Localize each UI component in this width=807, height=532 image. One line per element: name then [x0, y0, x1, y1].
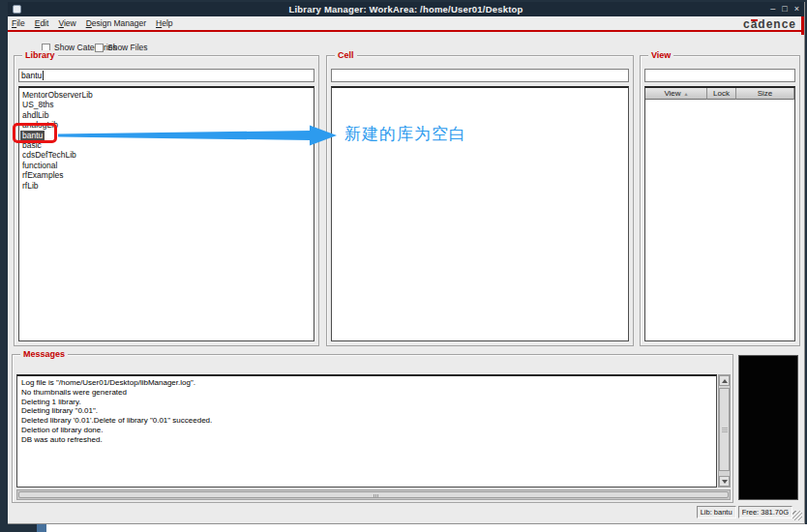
library-manager-window: Library Manager: WorkArea: /home/User01/…: [8, 2, 805, 524]
horizontal-scroll-thumb[interactable]: [18, 491, 729, 498]
desktop-taskbar-fragment: [37, 524, 46, 532]
menu-file[interactable]: File: [12, 18, 25, 28]
size-column-header[interactable]: Size: [736, 88, 794, 100]
status-bar: Lib: bantu Free: 381.70G: [8, 504, 805, 524]
messages-panel: Messages Log file is "/home/User01/Deskt…: [12, 354, 733, 503]
view-filter-input[interactable]: [644, 69, 795, 82]
maximize-button[interactable]: □: [782, 2, 787, 16]
view-panel: View View ▴ Lock Size: [640, 55, 800, 346]
view-panel-title: View: [648, 50, 673, 61]
show-files-checkbox[interactable]: [95, 44, 104, 52]
messages-panel-title: Messages: [20, 349, 68, 360]
message-line: Log file is "/home/User01/Desktop/libMan…: [21, 378, 712, 388]
desktop: Library Manager: WorkArea: /home/User01/…: [0, 0, 807, 532]
library-list-item[interactable]: functional: [19, 161, 314, 170]
resize-grip[interactable]: [792, 511, 802, 520]
annotation-arrow-icon: [56, 121, 339, 150]
messages-vertical-scrollbar[interactable]: [718, 374, 731, 488]
messages-text-area: Log file is "/home/User01/Desktop/libMan…: [16, 374, 717, 488]
library-list-item[interactable]: rfExamples: [19, 170, 314, 180]
library-list-item[interactable]: cdsDefTechLib: [19, 150, 314, 160]
preview-box: [738, 355, 798, 500]
message-line: Deletion of library done.: [21, 426, 712, 435]
minimize-button[interactable]: –: [770, 2, 775, 16]
menu-help[interactable]: Help: [156, 18, 172, 28]
library-panel: Library bantu MentorObserverLib US_8ths …: [14, 55, 319, 346]
cell-filter-input[interactable]: [331, 69, 629, 82]
cell-panel-title: Cell: [335, 50, 357, 61]
scroll-down-icon: [722, 480, 728, 484]
message-line: Deleting library "0.01".: [21, 406, 712, 416]
window-title: Library Manager: WorkArea: /home/User01/…: [8, 4, 804, 15]
scroll-down-button[interactable]: [719, 476, 730, 487]
cadence-logo-accent-icon: [751, 19, 758, 21]
messages-horizontal-scrollbar[interactable]: [16, 489, 731, 500]
message-line: No thumbnails were generated: [21, 388, 712, 398]
library-list-item[interactable]: US_8ths: [19, 100, 314, 109]
close-button[interactable]: ×: [794, 2, 799, 16]
vertical-scroll-thumb[interactable]: [719, 388, 730, 471]
menu-bar: File Edit View Design Manager Help: [8, 16, 804, 32]
view-column-header[interactable]: View ▴: [645, 88, 707, 100]
text-caret: [43, 71, 44, 80]
library-filter-input[interactable]: bantu: [18, 69, 314, 82]
library-panel-title: Library: [22, 50, 58, 61]
status-lib: Lib: bantu: [697, 506, 736, 518]
library-list-item[interactable]: MentorObserverLib: [19, 90, 314, 100]
scroll-up-icon: [722, 379, 728, 383]
view-table-header: View ▴ Lock Size: [645, 88, 794, 100]
message-line: Deleting 1 library.: [21, 398, 712, 407]
scroll-up-button[interactable]: [719, 375, 730, 386]
menu-edit[interactable]: Edit: [35, 18, 49, 28]
cadence-logo: cadence: [743, 17, 796, 31]
sort-icon: ▴: [685, 90, 688, 97]
message-line: DB was auto refreshed.: [21, 435, 712, 445]
annotation-text: 新建的库为空白: [344, 123, 466, 145]
desktop-strip: [46, 524, 807, 532]
library-list-item[interactable]: ahdlLib: [19, 110, 314, 120]
show-files-label: Show Files: [107, 43, 148, 52]
cell-panel: Cell: [326, 55, 634, 346]
window-icon: [13, 5, 21, 14]
library-list-item[interactable]: rfLib: [19, 181, 314, 191]
status-free-space: Free: 381.70G: [738, 506, 792, 518]
accent-edge: [801, 16, 804, 35]
view-column-label: View: [664, 89, 680, 98]
lock-column-header[interactable]: Lock: [707, 88, 736, 100]
view-table[interactable]: View ▴ Lock Size: [644, 86, 795, 341]
message-line: Deleted library '0.01'.Delete of library…: [21, 416, 712, 426]
title-bar[interactable]: Library Manager: WorkArea: /home/User01/…: [8, 2, 804, 16]
menu-design-manager[interactable]: Design Manager: [86, 18, 146, 28]
menu-view[interactable]: View: [58, 18, 75, 28]
annotation-highlight-box: [13, 123, 57, 143]
library-filter-value: bantu: [21, 70, 42, 81]
